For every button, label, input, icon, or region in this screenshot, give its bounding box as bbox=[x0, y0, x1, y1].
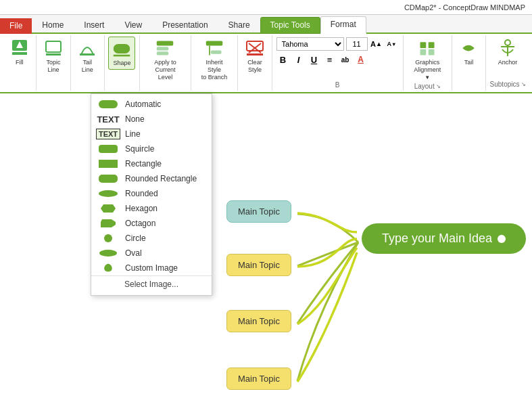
shape-icon-rounded bbox=[98, 188, 118, 199]
shape-icon-automatic bbox=[98, 99, 118, 110]
subtopics-label: Subtopics bbox=[490, 81, 520, 88]
svg-point-28 bbox=[99, 190, 118, 197]
font-size-decrease-button[interactable]: A▼ bbox=[385, 37, 399, 51]
ribbon-group-tail-line: TailLine bbox=[71, 35, 105, 91]
topic-line-icon bbox=[44, 39, 63, 58]
underline-button[interactable]: U bbox=[308, 53, 321, 66]
shape-option-hexagon[interactable]: Hexagon bbox=[91, 201, 212, 216]
shape-option-squircle[interactable]: Squircle bbox=[91, 141, 212, 156]
svg-rect-10 bbox=[157, 51, 169, 55]
shape-option-custom-image[interactable]: Custom Image bbox=[91, 261, 212, 275]
tail-label: Tail bbox=[464, 59, 474, 66]
svg-rect-20 bbox=[429, 49, 435, 55]
svg-rect-13 bbox=[247, 41, 263, 51]
ribbon: Fill TopicLine bbox=[0, 34, 532, 93]
tail-line-button[interactable]: TailLine bbox=[74, 37, 100, 76]
shape-icon-circle bbox=[98, 233, 118, 244]
fill-icon bbox=[10, 39, 29, 58]
topic-4-label: Main Topic bbox=[238, 374, 280, 384]
shape-label-circle: Circle bbox=[125, 234, 146, 243]
topic-line-button[interactable]: TopicLine bbox=[41, 37, 66, 76]
ribbon-group-graphics: GraphicsAlignment ▼ Layout ↘ bbox=[404, 35, 452, 91]
tab-home[interactable]: Home bbox=[32, 17, 74, 34]
shape-label-line: Line bbox=[125, 129, 141, 139]
font-family-select[interactable]: Tahoma bbox=[276, 37, 344, 51]
tab-view[interactable]: View bbox=[114, 17, 152, 34]
shape-icon-none: TEXT bbox=[98, 114, 118, 125]
ribbon-group-clear-style: ClearStyle bbox=[238, 35, 272, 91]
shape-label-rounded-rectangle: Rounded Rectangle bbox=[125, 174, 197, 183]
bold-button[interactable]: B bbox=[276, 53, 290, 66]
canvas-area: Main Topic Main Topic Main Topic Main To… bbox=[0, 93, 532, 400]
shape-option-none[interactable]: TEXT None bbox=[91, 112, 212, 127]
font-size-increase-button[interactable]: A▲ bbox=[370, 37, 383, 51]
shape-button[interactable]: Shape bbox=[108, 37, 135, 70]
fill-label: Fill bbox=[16, 59, 24, 66]
svg-rect-4 bbox=[46, 53, 61, 55]
inherit-style-icon bbox=[205, 39, 224, 58]
shape-label-oval: Oval bbox=[125, 248, 142, 258]
shape-icon-line: TEXT bbox=[98, 129, 118, 139]
svg-rect-19 bbox=[420, 49, 427, 55]
graphics-alignment-button[interactable]: GraphicsAlignment ▼ bbox=[408, 37, 448, 83]
shape-option-oval[interactable]: Oval bbox=[91, 246, 212, 261]
shape-option-octagon[interactable]: Octagon bbox=[91, 216, 212, 231]
font-size-input[interactable] bbox=[346, 37, 368, 51]
select-image-label: Select Image... bbox=[124, 280, 178, 289]
shape-option-automatic[interactable]: Automatic bbox=[91, 97, 212, 112]
tab-share[interactable]: Share bbox=[218, 17, 260, 34]
content-area: Main Topic Main Topic Main Topic Main To… bbox=[0, 93, 532, 400]
italic-button[interactable]: I bbox=[292, 53, 306, 66]
tab-insert[interactable]: Insert bbox=[74, 17, 114, 34]
shape-option-rounded-rectangle[interactable]: Rounded Rectangle bbox=[91, 171, 212, 186]
select-image-button[interactable]: Select Image... bbox=[91, 275, 212, 292]
svg-rect-8 bbox=[157, 41, 174, 46]
text-color-button[interactable]: ab bbox=[339, 53, 352, 66]
shape-dropdown-menu: Automatic TEXT None TEXT Line Squircle bbox=[91, 93, 212, 296]
shape-option-rounded[interactable]: Rounded bbox=[91, 186, 212, 201]
svg-rect-7 bbox=[114, 55, 130, 57]
svg-rect-1 bbox=[12, 52, 27, 55]
apply-current-level-button[interactable]: Apply toCurrent Level bbox=[144, 37, 187, 83]
clear-style-button[interactable]: ClearStyle bbox=[242, 37, 268, 76]
svg-rect-24 bbox=[99, 100, 118, 108]
ribbon-group-anchor: Anchor Subtopics ↘ bbox=[486, 35, 529, 91]
clear-style-icon bbox=[245, 39, 264, 58]
shape-label-rectangle: Rectangle bbox=[125, 159, 162, 169]
inherit-style-button[interactable]: Inherit Styleto Branch bbox=[195, 37, 233, 83]
topic-line-label: TopicLine bbox=[46, 59, 60, 74]
font-color-button[interactable]: A bbox=[354, 53, 368, 66]
ribbon-group-shape: Shape bbox=[105, 35, 140, 91]
tail-button[interactable]: Tail bbox=[456, 37, 481, 68]
fill-button[interactable]: Fill bbox=[7, 37, 32, 68]
topic-1[interactable]: Main Topic bbox=[226, 200, 291, 223]
tab-format[interactable]: Format bbox=[320, 16, 366, 34]
topic-3[interactable]: Main Topic bbox=[226, 310, 291, 332]
font-group-label: B bbox=[276, 81, 399, 89]
svg-rect-6 bbox=[114, 44, 130, 53]
main-idea-label: Type your Main Idea bbox=[382, 231, 492, 246]
canvas[interactable]: Main Topic Main Topic Main Topic Main To… bbox=[0, 93, 532, 400]
anchor-button[interactable]: Anchor bbox=[495, 37, 521, 68]
title-bar: CDMap2* - ConceptDraw MINDMAP bbox=[0, 0, 532, 15]
app-title: CDMap2* - ConceptDraw MINDMAP bbox=[404, 3, 525, 12]
graphics-alignment-icon bbox=[418, 39, 437, 58]
shape-option-circle[interactable]: Circle bbox=[91, 231, 212, 246]
shape-option-line[interactable]: TEXT Line bbox=[91, 127, 212, 141]
svg-rect-25 bbox=[99, 145, 118, 153]
tab-file[interactable]: File bbox=[0, 18, 32, 34]
shape-option-rectangle[interactable]: Rectangle bbox=[91, 156, 212, 171]
tab-topictools[interactable]: Topic Tools bbox=[260, 17, 320, 34]
tab-presentation[interactable]: Presentation bbox=[152, 17, 218, 34]
topic-4[interactable]: Main Topic bbox=[226, 368, 291, 390]
ribbon-group-topic-line: TopicLine bbox=[37, 35, 70, 91]
main-idea[interactable]: Type your Main Idea bbox=[362, 223, 526, 254]
shape-label-squircle: Squircle bbox=[125, 144, 154, 154]
topic-2[interactable]: Main Topic bbox=[226, 254, 291, 276]
align-button[interactable]: ≡ bbox=[323, 53, 337, 66]
svg-point-21 bbox=[505, 40, 510, 45]
topic-2-label: Main Topic bbox=[238, 260, 280, 270]
clear-style-label: ClearStyle bbox=[247, 59, 262, 74]
shape-label-octagon: Octagon bbox=[125, 219, 155, 228]
topic-1-label: Main Topic bbox=[238, 206, 280, 217]
